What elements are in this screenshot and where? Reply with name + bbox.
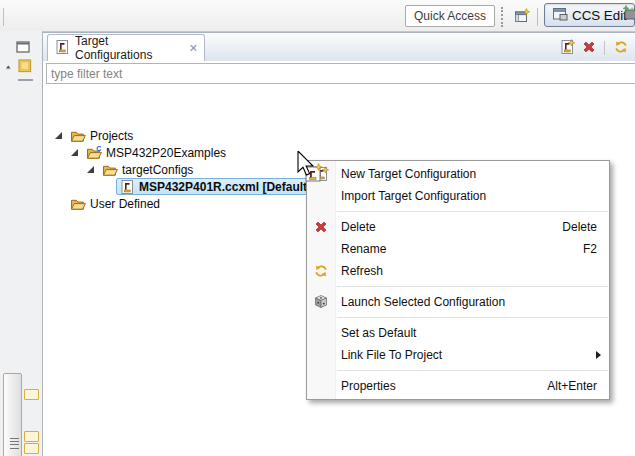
new-target-configuration-icon (313, 166, 329, 182)
open-perspective-button[interactable] (512, 7, 532, 27)
tree-item-label: User Defined (90, 197, 160, 211)
minimized-view-strip (0, 31, 42, 456)
tree-node[interactable]: Projects (68, 127, 136, 144)
fast-view-restore-arrow-icon (6, 63, 15, 77)
tree-item-label: MSP432P401R.ccxml [Default] (139, 180, 311, 194)
view-toolbar-separator (604, 41, 605, 55)
launch-selected-configuration-icon (313, 294, 329, 310)
menu-item-label: Delete (341, 220, 376, 234)
scrollbar-grip (10, 438, 19, 451)
refresh-icon (313, 263, 329, 279)
tree-item-label: Projects (90, 129, 133, 143)
fast-view-bar[interactable] (6, 59, 38, 83)
expander-expanded-icon[interactable] (87, 166, 94, 173)
menu-separator (307, 282, 609, 291)
menu-item-properties[interactable]: PropertiesAlt+Enter (307, 375, 609, 397)
quick-access-box[interactable]: Quick Access (405, 5, 495, 27)
new-target-configuration-icon (559, 39, 575, 58)
ccs-edit-label: CCS Edit (572, 8, 627, 23)
scrollbar-thumb[interactable] (3, 373, 22, 456)
ccxml-file-icon (119, 179, 135, 195)
delete-button[interactable] (579, 39, 598, 57)
restore-view-icon (15, 44, 31, 58)
folder-open-icon (102, 162, 118, 178)
folder-open-icon (70, 196, 86, 212)
tree-item-label: targetConfigs (122, 163, 193, 177)
view-header: Target Configurations ✕ (43, 33, 635, 61)
context-menu: New Target ConfigurationImport Target Co… (306, 160, 610, 400)
menu-item-set-as-default[interactable]: Set as Default (307, 322, 609, 344)
menu-item-label: Launch Selected Configuration (341, 295, 505, 309)
menu-separator (307, 207, 609, 216)
menu-item-label: Properties (341, 379, 396, 393)
menu-item-label: New Target Configuration (341, 167, 476, 181)
ccs-project-folder-icon: C (86, 145, 102, 161)
expander-expanded-icon[interactable] (71, 149, 78, 156)
menu-item-label: Import Target Configuration (341, 189, 486, 203)
menu-item-label: Refresh (341, 264, 383, 278)
svg-text:C: C (96, 145, 101, 152)
tree-node[interactable]: User Defined (68, 195, 163, 212)
fast-view-underline (18, 79, 33, 81)
refresh-button[interactable] (611, 39, 630, 57)
menu-separator (307, 366, 609, 375)
toolbar-drag-handle[interactable] (501, 7, 503, 27)
tree-item-msp432p20examples[interactable]: CMSP432P20Examples (43, 144, 635, 161)
folder-open-icon (70, 128, 86, 144)
tree-item-label: MSP432P20Examples (106, 146, 226, 160)
menu-item-label: Set as Default (341, 326, 416, 340)
tree-item-projects[interactable]: Projects (43, 127, 635, 144)
restore-view-button[interactable] (15, 39, 33, 56)
toolbar-separator (3, 8, 4, 26)
ccs-edit-perspective-icon (552, 6, 568, 25)
tree-node-selected[interactable]: MSP432P401R.ccxml [Default] (116, 178, 315, 195)
minimized-gold-icon[interactable] (24, 389, 39, 400)
minimized-view-icon (18, 59, 33, 77)
open-perspective-icon (514, 8, 530, 27)
tab-target-configurations[interactable]: Target Configurations ✕ (47, 34, 205, 61)
menu-item-shortcut: F2 (583, 242, 597, 256)
new-target-configuration-button[interactable] (557, 39, 576, 57)
minimized-gold-icon[interactable] (24, 443, 39, 454)
submenu-arrow-icon (596, 351, 601, 359)
menu-item-refresh[interactable]: Refresh (307, 260, 609, 282)
menu-item-label: Link File To Project (341, 348, 442, 362)
menu-item-shortcut: Delete (562, 220, 597, 234)
menu-item-link-file-to-project[interactable]: Link File To Project (307, 344, 609, 366)
delete-icon (581, 39, 597, 58)
menu-item-launch-selected-configuration[interactable]: Launch Selected Configuration (307, 291, 609, 313)
ccs-ide-window: Quick Access CCS Edit (0, 0, 635, 456)
toolbar-separator (537, 8, 538, 26)
expander-expanded-icon[interactable] (55, 132, 62, 139)
menu-item-rename[interactable]: RenameF2 (307, 238, 609, 260)
minimized-gold-icon[interactable] (24, 431, 39, 442)
delete-icon (313, 219, 329, 235)
tree-node[interactable]: CMSP432P20Examples (84, 144, 229, 161)
close-icon[interactable]: ✕ (189, 43, 198, 54)
menu-item-label: Rename (341, 242, 386, 256)
menu-item-import-target-configuration[interactable]: Import Target Configuration (307, 185, 609, 207)
menu-item-shortcut: Alt+Enter (547, 379, 597, 393)
filter-input[interactable] (46, 63, 635, 84)
menu-item-delete[interactable]: DeleteDelete (307, 216, 609, 238)
main-toolbar: Quick Access CCS Edit (0, 0, 635, 32)
refresh-icon (613, 39, 629, 58)
ccxml-file-icon (54, 39, 70, 58)
ccs-debug-perspective-button[interactable] (622, 5, 635, 27)
ccs-debug-perspective-icon (622, 10, 635, 24)
tab-title: Target Configurations (75, 34, 176, 62)
menu-separator (307, 313, 609, 322)
view-toolbar (557, 39, 630, 57)
tree-node[interactable]: targetConfigs (100, 161, 196, 178)
menu-item-new-target-configuration[interactable]: New Target Configuration (307, 163, 609, 185)
